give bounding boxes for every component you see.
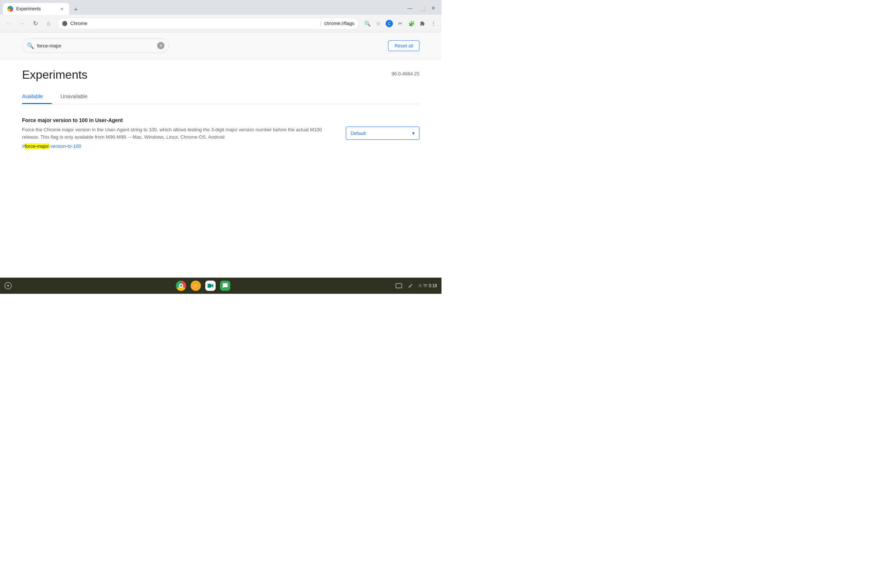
page-title: Experiments [22, 68, 87, 82]
flag-description: Force the Chrome major version in the Us… [22, 126, 337, 141]
flag-link-suffix: -version-to-100 [49, 143, 81, 149]
puzzle-icon[interactable]: 🧩 [406, 18, 416, 28]
home-button[interactable]: ⌂ [43, 18, 54, 29]
taskbar-time: 3:18 [429, 283, 437, 288]
address-favicon-icon [62, 21, 67, 26]
toolbar: ← → ↻ ⌂ Chrome | chrome://flags 🔍 ☆ C ✂ … [0, 15, 442, 32]
active-tab[interactable]: Experiments ✕ [3, 3, 69, 15]
flag-dropdown[interactable]: Default ▾ [346, 126, 419, 140]
flag-link[interactable]: #force-major-version-to-100 [22, 143, 337, 149]
maximize-button[interactable]: ⬜ [416, 3, 427, 13]
profile-icon[interactable]: C [384, 18, 394, 28]
search-clear-button[interactable]: ✕ [157, 42, 164, 49]
flag-dropdown-value: Default [351, 130, 366, 136]
minimize-button[interactable]: — [405, 3, 415, 13]
taskbar-pen-icon[interactable] [406, 281, 415, 290]
taskbar-chrome-icon[interactable] [175, 280, 187, 292]
flag-item: Force major version to 100 in User-Agent… [22, 113, 419, 153]
scissors-icon[interactable]: ✂ [395, 18, 405, 28]
wifi-icon [423, 283, 428, 288]
taskbar: ● ○ [0, 278, 442, 294]
search-box[interactable]: 🔍 force-major ✕ [22, 38, 169, 53]
flag-dropdown-arrow-icon: ▾ [412, 130, 414, 136]
taskbar-status-group: ③ 3:18 [418, 283, 437, 288]
page-content: 🔍 force-major ✕ Reset all Experiments 96… [0, 32, 442, 278]
svg-rect-0 [207, 284, 211, 288]
tab-favicon-icon [8, 6, 13, 12]
close-button[interactable]: ✕ [428, 3, 438, 13]
forward-button[interactable]: → [16, 18, 28, 29]
experiments-header: Experiments 96.0.4664.25 [0, 59, 442, 82]
reload-button[interactable]: ↻ [29, 18, 41, 29]
new-tab-button[interactable]: + [71, 4, 81, 15]
search-icon: 🔍 [27, 42, 34, 49]
toolbar-icons: 🔍 ☆ C ✂ 🧩 ⋮ [362, 18, 438, 28]
taskbar-status-icon: ● [5, 282, 12, 290]
flag-link-highlight: force-major [25, 143, 49, 149]
taskbar-orbit-icon[interactable]: ○ [190, 280, 201, 292]
flags-search-area: 🔍 force-major ✕ Reset all [0, 32, 442, 59]
more-menu-button[interactable]: ⋮ [428, 18, 438, 28]
tabs-container: Available Unavailable [0, 82, 442, 104]
tab-title: Experiments [16, 6, 56, 11]
browser-frame: Experiments ✕ + — ⬜ ✕ ← → ↻ ⌂ Chrome | c… [0, 0, 442, 294]
taskbar-right: ③ 3:18 [394, 281, 437, 290]
title-bar: Experiments ✕ + — ⬜ ✕ [0, 0, 442, 15]
search-toolbar-icon[interactable]: 🔍 [362, 18, 372, 28]
version-text: 96.0.4664.25 [392, 71, 419, 76]
back-button[interactable]: ← [3, 18, 15, 29]
extension-icon[interactable] [417, 18, 428, 28]
taskbar-screen-icon[interactable] [394, 281, 403, 290]
browser-name-label: Chrome [70, 21, 317, 26]
address-bar[interactable]: Chrome | chrome://flags [57, 18, 359, 29]
address-separator: | [320, 21, 321, 26]
flags-section: Force major version to 100 in User-Agent… [0, 104, 442, 162]
tabs-row: Available Unavailable [22, 89, 419, 104]
taskbar-left: ● [5, 282, 12, 290]
flag-content: Force major version to 100 in User-Agent… [22, 117, 337, 149]
tab-available[interactable]: Available [22, 89, 52, 104]
bookmark-icon[interactable]: ☆ [373, 18, 383, 28]
battery-number: ③ [418, 283, 422, 288]
flag-title: Force major version to 100 in User-Agent [22, 117, 337, 123]
tab-close-button[interactable]: ✕ [59, 6, 65, 12]
tab-unavailable[interactable]: Unavailable [52, 89, 96, 104]
taskbar-meet-icon[interactable] [204, 280, 216, 292]
search-input[interactable]: force-major [37, 43, 154, 48]
taskbar-messages-icon[interactable] [219, 280, 231, 292]
reset-all-button[interactable]: Reset all [388, 40, 419, 51]
taskbar-center: ○ [12, 280, 394, 292]
window-controls: — ⬜ ✕ [405, 3, 438, 15]
address-url[interactable]: chrome://flags [324, 21, 354, 26]
taskbar-dot: ● [7, 284, 9, 288]
